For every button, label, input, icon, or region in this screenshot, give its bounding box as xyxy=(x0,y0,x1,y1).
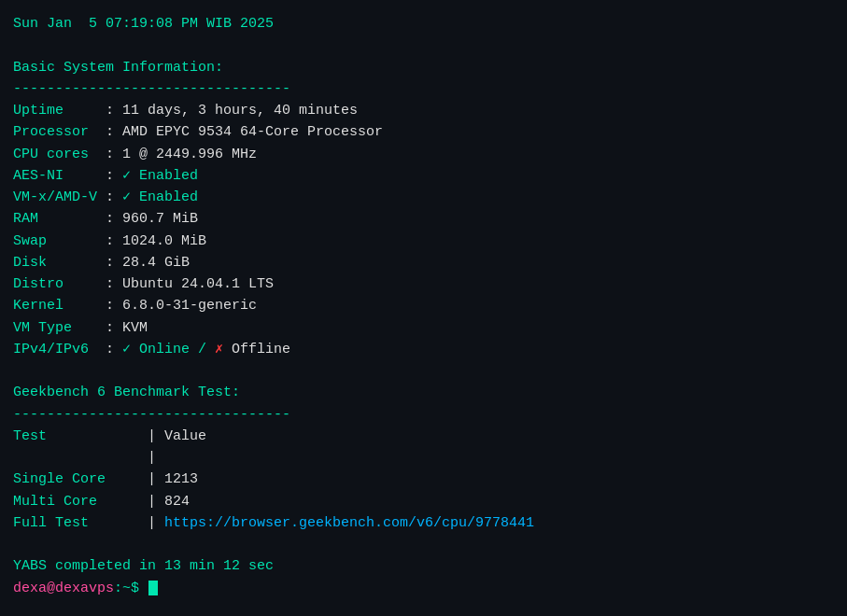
prompt-path: :~$ xyxy=(114,578,139,599)
cpucores-line: CPU cores : 1 @ 2449.996 MHz xyxy=(13,144,834,165)
datetime-line: Sun Jan 5 07:19:08 PM WIB 2025 xyxy=(13,13,834,35)
vmx-line: VM-x/AMD-V : ✓ Enabled xyxy=(13,187,834,208)
blank-line-3 xyxy=(13,534,834,555)
completion-line: YABS completed in 13 min 12 sec xyxy=(13,555,834,577)
basic-info-header: Basic System Information: xyxy=(13,57,834,78)
blank-line-2 xyxy=(13,360,834,382)
prompt-line[interactable]: dexa@dexavps :~$ xyxy=(13,578,834,599)
distro-line: Distro : Ubuntu 24.04.1 LTS xyxy=(13,273,834,295)
geekbench-header: Geekbench 6 Benchmark Test: xyxy=(13,382,834,403)
kernel-line: Kernel : 6.8.0-31-generic xyxy=(13,295,834,316)
ram-line: RAM : 960.7 MiB xyxy=(13,208,834,230)
blank-line-1 xyxy=(13,35,834,56)
single-core-row: Single Core | 1213 xyxy=(13,469,834,490)
cursor xyxy=(148,581,158,595)
uptime-line: Uptime : 11 days, 3 hours, 40 minutes xyxy=(13,100,834,121)
swap-line: Swap : 1024.0 MiB xyxy=(13,231,834,252)
processor-line: Processor : AMD EPYC 9534 64-Core Proces… xyxy=(13,121,834,143)
vmtype-line: VM Type : KVM xyxy=(13,317,834,339)
disk-line: Disk : 28.4 GiB xyxy=(13,252,834,273)
multi-core-row: Multi Core | 824 xyxy=(13,491,834,512)
ipv4ipv6-line: IPv4/IPv6 : ✓ Online / ✗ Offline xyxy=(13,339,834,360)
separator-2: --------------------------------- xyxy=(13,404,834,426)
full-test-row: Full Test | https://browser.geekbench.co… xyxy=(13,512,834,534)
terminal-window: Sun Jan 5 07:19:08 PM WIB 2025 Basic Sys… xyxy=(13,13,834,599)
prompt-user: dexa@dexavps xyxy=(13,578,114,599)
bench-col-spacer: | xyxy=(13,447,834,469)
bench-col-header: Test | Value xyxy=(13,426,834,447)
aesni-line: AES-NI : ✓ Enabled xyxy=(13,165,834,187)
separator-1: --------------------------------- xyxy=(13,78,834,100)
